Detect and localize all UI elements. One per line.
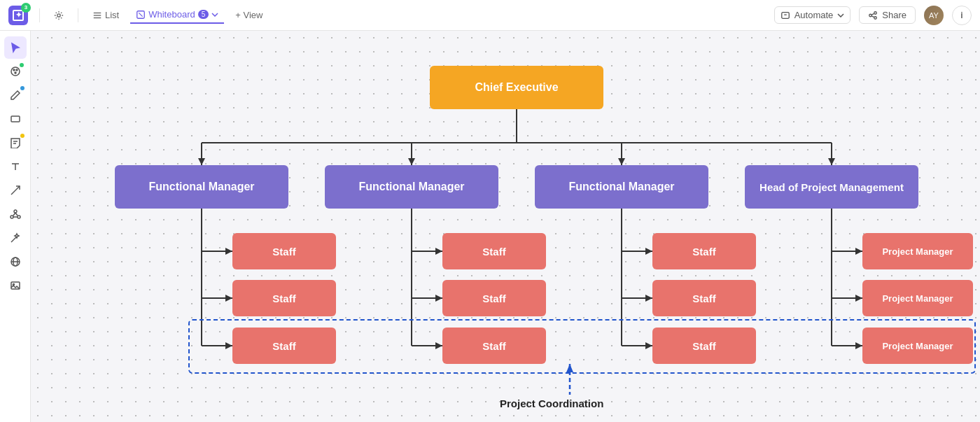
image-tool[interactable] [4, 274, 27, 297]
staff-1-2-label: Staff [272, 293, 295, 304]
text-tool[interactable] [4, 155, 27, 178]
automate-icon [780, 10, 790, 20]
svg-point-23 [14, 210, 17, 213]
whiteboard-count: 5 [198, 10, 209, 19]
share-icon [868, 10, 878, 20]
topbar: ✦ 3 List Whiteboard 5 + View Automate Sh… [0, 0, 980, 31]
palette-icon [10, 66, 21, 77]
wand-icon [10, 232, 21, 244]
svg-marker-43 [618, 158, 625, 165]
tool-dot [20, 63, 24, 67]
pm-2-label: Project Manager [882, 293, 953, 304]
svg-marker-72 [855, 342, 862, 349]
topbar-right: Automate Share AY i [774, 6, 972, 25]
chief-executive-label: Chief Executive [475, 81, 558, 94]
share-button[interactable]: Share [859, 6, 916, 24]
cursor-icon [10, 42, 21, 53]
palette-tool[interactable] [4, 60, 27, 83]
svg-marker-61 [645, 248, 652, 255]
staff-2-3[interactable]: Staff [442, 328, 546, 364]
pencil-tool[interactable] [4, 84, 27, 106]
globe-tool[interactable] [4, 251, 27, 273]
sticky-tool[interactable] [4, 132, 27, 154]
notification-badge: 3 [21, 3, 31, 13]
pm-3-label: Project Manager [882, 341, 953, 351]
svg-marker-54 [435, 248, 442, 255]
add-view-button[interactable]: + View [230, 7, 268, 23]
staff-3-3-label: Staff [692, 340, 715, 352]
staff-3-2[interactable]: Staff [652, 280, 756, 316]
staff-1-3-label: Staff [272, 340, 295, 352]
separator [39, 8, 40, 22]
svg-line-22 [11, 186, 20, 195]
project-coordination-label: Project Coordination [500, 398, 603, 409]
image-icon [10, 280, 21, 291]
svg-point-14 [13, 69, 15, 71]
cursor-tool[interactable] [4, 36, 27, 59]
svg-marker-58 [435, 342, 442, 349]
manager-2-node[interactable]: Functional Manager [325, 165, 498, 209]
svg-marker-44 [828, 158, 835, 165]
manager-1-node[interactable]: Functional Manager [115, 165, 288, 209]
svg-marker-41 [198, 158, 205, 165]
gear-icon [54, 10, 64, 20]
automate-label: Automate [794, 10, 834, 20]
staff-1-1[interactable]: Staff [232, 233, 336, 269]
network-tool[interactable] [4, 203, 27, 225]
svg-point-16 [15, 72, 16, 73]
wand-tool[interactable] [4, 227, 27, 249]
list-nav-item[interactable]: List [87, 7, 125, 23]
automate-button[interactable]: Automate [774, 6, 851, 24]
svg-point-8 [874, 11, 877, 14]
manager-4-label: Head of Project Management [760, 181, 904, 193]
staff-1-2[interactable]: Staff [232, 280, 336, 316]
svg-line-12 [872, 15, 875, 17]
manager-3-node[interactable]: Functional Manager [535, 165, 708, 209]
svg-line-11 [872, 13, 875, 15]
manager-2-label: Functional Manager [358, 181, 464, 193]
svg-point-24 [10, 216, 13, 218]
staff-2-2[interactable]: Staff [442, 280, 546, 316]
svg-rect-17 [11, 116, 20, 122]
settings-button[interactable] [48, 8, 69, 23]
line-tool[interactable] [4, 179, 27, 202]
manager-3-label: Functional Manager [568, 181, 674, 193]
rectangle-tool[interactable] [4, 108, 27, 130]
manager-4-node[interactable]: Head of Project Management [745, 165, 918, 209]
staff-1-1-label: Staff [272, 246, 295, 258]
svg-point-10 [874, 16, 877, 19]
separator [78, 8, 78, 22]
svg-point-0 [57, 13, 60, 16]
canvas[interactable]: Chief Executive Functional Manager Funct… [31, 31, 980, 422]
network-icon [10, 209, 21, 220]
staff-1-3[interactable]: Staff [232, 328, 336, 364]
svg-marker-42 [408, 158, 415, 165]
svg-marker-70 [855, 295, 862, 302]
svg-marker-47 [225, 248, 232, 255]
list-icon [92, 10, 102, 20]
svg-point-13 [11, 67, 20, 76]
info-button[interactable]: i [952, 6, 972, 25]
svg-line-27 [15, 213, 18, 216]
share-label: Share [882, 10, 906, 20]
staff-2-1-label: Staff [482, 246, 505, 258]
pm-3[interactable]: Project Manager [862, 328, 973, 364]
line-icon [10, 185, 21, 196]
svg-marker-68 [855, 248, 862, 255]
svg-point-9 [869, 14, 872, 17]
pm-2[interactable]: Project Manager [862, 280, 973, 316]
chevron-down-icon [211, 13, 218, 17]
staff-2-1[interactable]: Staff [442, 233, 546, 269]
left-toolbar [0, 31, 31, 422]
whiteboard-nav-item[interactable]: Whiteboard 5 [130, 6, 224, 24]
user-avatar[interactable]: AY [924, 6, 944, 25]
staff-3-1-label: Staff [692, 246, 715, 258]
staff-3-3[interactable]: Staff [652, 328, 756, 364]
staff-2-2-label: Staff [482, 293, 505, 304]
svg-point-15 [16, 69, 18, 71]
tool-dot [20, 134, 24, 138]
list-label: List [105, 10, 119, 20]
chief-executive-node[interactable]: Chief Executive [430, 66, 603, 109]
pm-1[interactable]: Project Manager [862, 233, 973, 269]
staff-3-1[interactable]: Staff [652, 233, 756, 269]
